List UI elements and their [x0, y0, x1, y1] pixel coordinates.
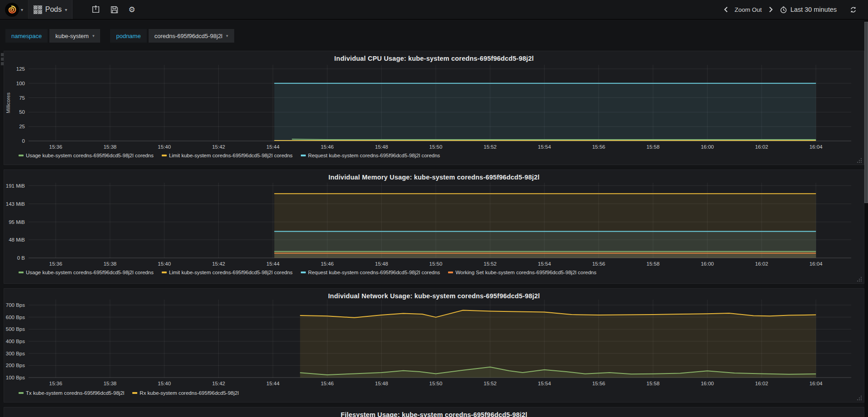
svg-text:15:36: 15:36: [49, 261, 63, 267]
svg-text:600 Bps: 600 Bps: [6, 315, 25, 320]
clock-icon: [780, 6, 787, 14]
legend-item[interactable]: Request kube-system coredns-695f96dcd5-9…: [301, 153, 440, 158]
legend-series-marker: [162, 155, 167, 156]
panel-title[interactable]: Filesystem Usage: kube-system coredns-69…: [4, 411, 864, 417]
svg-text:16:00: 16:00: [701, 261, 714, 267]
svg-text:15:46: 15:46: [321, 144, 334, 150]
legend-series-marker: [19, 272, 24, 273]
svg-text:48 MiB: 48 MiB: [9, 237, 25, 242]
grafana-menu-caret-icon: ▾: [21, 7, 23, 12]
legend-series-label: Usage kube-system coredns-695f96dcd5-98j…: [26, 153, 154, 158]
legend-item[interactable]: Tx kube-system coredns-695f96dcd5-98j2l: [19, 390, 124, 396]
panel-resize-grip[interactable]: [857, 396, 862, 401]
memory-chart[interactable]: 0 B48 MiB95 MiB143 MiB191 MiB15:3615:381…: [4, 170, 864, 283]
time-back-button[interactable]: [723, 6, 728, 13]
gear-icon: ⚙: [128, 6, 135, 14]
memory-legend: Usage kube-system coredns-695f96dcd5-98j…: [19, 270, 596, 275]
svg-text:16:00: 16:00: [701, 381, 714, 386]
svg-text:15:50: 15:50: [429, 381, 443, 386]
svg-text:15:58: 15:58: [646, 381, 660, 386]
share-button[interactable]: [89, 0, 102, 19]
network-chart[interactable]: 100 Bps200 Bps300 Bps400 Bps500 Bps600 B…: [4, 289, 864, 402]
svg-text:16:04: 16:04: [810, 381, 823, 386]
cpu-chart[interactable]: 025507510012515:3615:3815:4015:4215:4415…: [4, 51, 864, 165]
legend-series-label: Limit kube-system coredns-695f96dcd5-98j…: [169, 270, 293, 275]
svg-text:15:38: 15:38: [103, 261, 116, 267]
svg-text:15:54: 15:54: [538, 144, 551, 150]
svg-text:16:00: 16:00: [701, 144, 714, 150]
svg-text:15:46: 15:46: [321, 261, 334, 267]
chevron-down-icon: ▾: [92, 34, 95, 38]
svg-text:15:42: 15:42: [212, 381, 225, 386]
svg-text:15:40: 15:40: [158, 144, 171, 150]
svg-text:15:54: 15:54: [538, 261, 551, 267]
legend-item[interactable]: Request kube-system coredns-695f96dcd5-9…: [301, 270, 440, 275]
legend-series-label: Limit kube-system coredns-695f96dcd5-98j…: [169, 153, 293, 158]
svg-text:100: 100: [16, 81, 25, 86]
save-button[interactable]: [107, 0, 121, 19]
svg-text:15:38: 15:38: [103, 381, 116, 386]
refresh-button[interactable]: [849, 6, 857, 14]
svg-text:15:48: 15:48: [375, 144, 388, 150]
svg-text:15:38: 15:38: [103, 144, 116, 150]
template-variables-row: namespace kube-system ▾ podname coredns-…: [5, 29, 234, 43]
svg-text:400 Bps: 400 Bps: [6, 339, 25, 344]
scrollbar-thumb[interactable]: [864, 22, 868, 203]
legend-item[interactable]: Usage kube-system coredns-695f96dcd5-98j…: [19, 270, 154, 275]
variable-value-namespace[interactable]: kube-system ▾: [49, 29, 100, 43]
time-range-picker[interactable]: Last 30 minutes: [780, 6, 837, 14]
page-scrollbar: [864, 19, 868, 417]
svg-text:300 Bps: 300 Bps: [6, 351, 25, 356]
podname-value: coredns-695f96dcd5-98j2l: [154, 33, 222, 39]
panel-network-usage: Individual Network Usage: kube-system co…: [4, 288, 864, 402]
legend-item[interactable]: Usage kube-system coredns-695f96dcd5-98j…: [19, 153, 154, 158]
refresh-icon: [849, 6, 857, 14]
time-forward-button[interactable]: [768, 6, 773, 13]
svg-text:Millicores: Millicores: [5, 92, 11, 113]
legend-item[interactable]: Rx kube-system coredns-695f96dcd5-98j2l: [132, 390, 239, 396]
time-controls: Zoom Out Last 30 minutes: [723, 0, 857, 19]
svg-text:15:42: 15:42: [212, 144, 225, 150]
svg-text:15:46: 15:46: [321, 381, 334, 386]
dashboard-picker[interactable]: Pods ▾: [29, 0, 72, 19]
svg-text:15:44: 15:44: [266, 261, 280, 267]
save-icon: [110, 5, 119, 14]
panel-memory-usage: Individual Memory Usage: kube-system cor…: [4, 170, 864, 284]
share-icon: [91, 5, 100, 14]
legend-series-marker: [162, 272, 167, 273]
legend-series-label: Usage kube-system coredns-695f96dcd5-98j…: [26, 270, 154, 275]
svg-text:15:58: 15:58: [646, 261, 660, 267]
svg-text:15:52: 15:52: [483, 144, 497, 150]
zoom-out-button[interactable]: Zoom Out: [735, 6, 762, 13]
svg-text:100 Bps: 100 Bps: [6, 375, 25, 380]
svg-text:15:44: 15:44: [266, 381, 280, 386]
legend-item[interactable]: Limit kube-system coredns-695f96dcd5-98j…: [162, 153, 293, 158]
svg-text:15:50: 15:50: [429, 261, 443, 267]
grafana-menu-button[interactable]: ▾: [0, 0, 29, 19]
svg-text:15:48: 15:48: [375, 381, 388, 386]
legend-series-label: Request kube-system coredns-695f96dcd5-9…: [308, 153, 440, 158]
legend-item[interactable]: Limit kube-system coredns-695f96dcd5-98j…: [162, 270, 293, 275]
variable-value-podname[interactable]: coredns-695f96dcd5-98j2l ▾: [149, 29, 234, 43]
svg-text:15:56: 15:56: [592, 381, 605, 386]
chevron-left-icon: [723, 6, 728, 13]
panel-resize-grip[interactable]: [857, 158, 862, 163]
svg-text:15:54: 15:54: [538, 381, 551, 386]
svg-text:25: 25: [19, 124, 25, 129]
legend-item[interactable]: Working Set kube-system coredns-695f96dc…: [448, 270, 596, 275]
svg-text:15:42: 15:42: [212, 261, 225, 267]
svg-text:0: 0: [22, 138, 25, 144]
dashboard-caret-icon: ▾: [65, 7, 67, 12]
svg-text:75: 75: [19, 95, 25, 101]
variable-label-namespace: namespace: [5, 29, 48, 43]
dashboard-grid-icon: [34, 5, 42, 14]
dashboard-settings-button[interactable]: ⚙: [125, 0, 139, 19]
svg-text:95 MiB: 95 MiB: [9, 219, 25, 225]
svg-text:500 Bps: 500 Bps: [6, 326, 25, 332]
chevron-right-icon: [768, 6, 773, 13]
panel-filesystem-usage: Filesystem Usage: kube-system coredns-69…: [4, 407, 864, 417]
svg-text:16:04: 16:04: [810, 261, 823, 267]
legend-series-marker: [448, 272, 453, 273]
svg-text:16:02: 16:02: [755, 381, 768, 386]
panel-resize-grip[interactable]: [857, 277, 862, 282]
